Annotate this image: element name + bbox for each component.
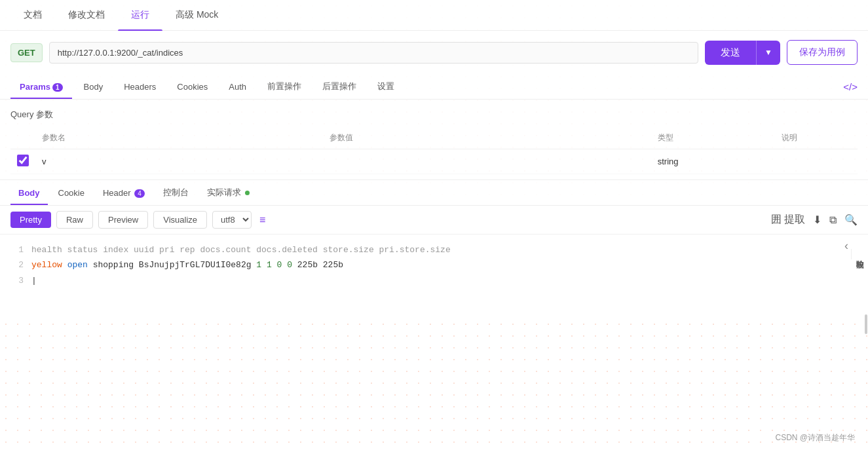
code-output: 1health status index uuid pri rep docs.c… — [0, 234, 868, 313]
table-row: v string — [10, 149, 858, 174]
line-number: 3 — [10, 273, 24, 288]
line-number: 2 — [10, 257, 24, 272]
resp-tab-cookie[interactable]: Cookie — [50, 181, 92, 204]
col-param-desc: 说明 — [775, 127, 858, 149]
top-nav: 文档 修改文档 运行 高级 Mock — [0, 0, 868, 31]
copy-icon[interactable]: ⧉ — [829, 214, 837, 226]
code-line: 3| — [10, 273, 858, 288]
params-table: 参数名 参数值 类型 说明 v string — [10, 127, 858, 174]
search-icon[interactable]: 🔍 — [844, 214, 858, 226]
send-arrow-button[interactable]: ▼ — [756, 41, 780, 65]
code-line: 2yellow open shopping BsJnujpjTrGL7DU1I0… — [10, 257, 858, 272]
encoding-select[interactable]: utf8 gbk — [212, 211, 252, 229]
req-tab-post[interactable]: 后置操作 — [313, 74, 366, 99]
request-tabs: Params1 Body Headers Cookies Auth 前置操作 后… — [0, 74, 868, 100]
scroll-bar[interactable] — [865, 314, 867, 334]
right-panel-label[interactable]: 校验响应 — [851, 249, 868, 259]
filter-icon[interactable]: ≡ — [259, 214, 265, 226]
response-tabs: Body Cookie Header 4 控制台 实际请求 — [0, 180, 868, 206]
method-badge[interactable]: GET — [10, 43, 43, 62]
tab-edit[interactable]: 修改文档 — [55, 0, 118, 30]
send-btn-group: 发送 ▼ — [705, 41, 780, 65]
line-content: yellow open shopping BsJnujpjTrGL7DU1I0e… — [31, 257, 343, 272]
resp-tab-console[interactable]: 控制台 — [155, 180, 197, 205]
req-tab-params[interactable]: Params1 — [10, 75, 72, 98]
req-tab-settings[interactable]: 设置 — [368, 74, 404, 99]
row-checkbox[interactable] — [17, 155, 29, 166]
req-tab-cookies[interactable]: Cookies — [168, 75, 217, 98]
req-tab-auth[interactable]: Auth — [219, 75, 255, 98]
format-raw-btn[interactable]: Raw — [56, 211, 93, 229]
resp-tab-header[interactable]: Header 4 — [95, 181, 153, 204]
tab-mock[interactable]: 高级 Mock — [162, 0, 231, 30]
row-desc — [775, 149, 858, 174]
response-toolbar: Pretty Raw Preview Visualize utf8 gbk ≡ … — [0, 206, 868, 234]
save-button[interactable]: 保存为用例 — [787, 40, 858, 65]
code-line: 1health status index uuid pri rep docs.c… — [10, 242, 858, 257]
response-section: Body Cookie Header 4 控制台 实际请求 Pretty Raw… — [0, 179, 868, 313]
format-visualize-btn[interactable]: Visualize — [153, 211, 207, 229]
col-param-name: 参数名 — [35, 127, 323, 149]
row-value — [323, 149, 651, 174]
req-tab-body[interactable]: Body — [75, 75, 113, 98]
toolbar-right: 囲 提取 ⬇ ⧉ 🔍 — [771, 213, 858, 227]
col-param-type: 类型 — [651, 127, 775, 149]
extract-icon[interactable]: 囲 提取 — [771, 213, 805, 227]
tab-run[interactable]: 运行 — [118, 0, 162, 30]
resp-tab-body[interactable]: Body — [10, 181, 48, 204]
tab-docs[interactable]: 文档 — [10, 0, 55, 30]
resp-tab-actual[interactable]: 实际请求 — [199, 180, 258, 205]
line-content: | — [31, 273, 37, 288]
download-icon[interactable]: ⬇ — [813, 214, 821, 226]
row-checkbox-cell[interactable] — [10, 149, 35, 174]
url-bar-area: GET 发送 ▼ 保存为用例 — [0, 31, 868, 74]
format-preview-btn[interactable]: Preview — [98, 211, 148, 229]
footer: CSDN @诗酒当趁年华 — [775, 432, 855, 443]
code-icon[interactable]: </> — [843, 81, 858, 92]
col-param-value: 参数值 — [323, 127, 651, 149]
params-section: Query 参数 参数名 参数值 类型 说明 v string — [0, 100, 868, 174]
line-number: 1 — [10, 242, 24, 257]
line-content: health status index uuid pri rep docs.co… — [31, 242, 451, 257]
format-pretty-btn[interactable]: Pretty — [10, 212, 51, 228]
actual-dot — [245, 191, 250, 195]
send-button[interactable]: 发送 — [705, 41, 756, 65]
query-params-label: Query 参数 — [10, 109, 858, 121]
row-name: v — [35, 149, 323, 174]
url-input[interactable] — [49, 42, 698, 64]
row-type: string — [651, 149, 775, 174]
col-check — [10, 127, 35, 149]
collapse-arrow[interactable]: ‹ — [844, 239, 848, 253]
req-tab-headers[interactable]: Headers — [115, 75, 165, 98]
req-tab-pre[interactable]: 前置操作 — [258, 74, 311, 99]
